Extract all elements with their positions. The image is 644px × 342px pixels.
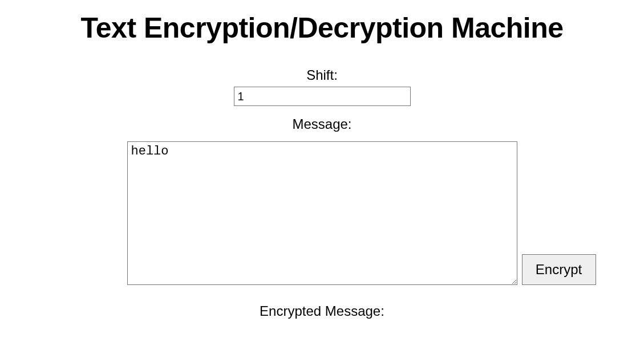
shift-input[interactable] <box>234 87 411 106</box>
encrypted-label: Encrypted Message: <box>0 303 644 319</box>
encrypted-section: Encrypted Message: <box>0 303 644 319</box>
app-container: Text Encryption/Decryption Machine Shift… <box>0 0 644 319</box>
encrypt-button[interactable]: Encrypt <box>522 254 596 285</box>
message-row: Encrypt <box>127 141 517 285</box>
page-title: Text Encryption/Decryption Machine <box>0 11 644 44</box>
message-section: Message: Encrypt <box>0 116 644 285</box>
shift-section: Shift: <box>0 67 644 106</box>
message-textarea[interactable] <box>127 141 517 285</box>
message-label: Message: <box>0 116 644 132</box>
shift-label: Shift: <box>0 67 644 83</box>
